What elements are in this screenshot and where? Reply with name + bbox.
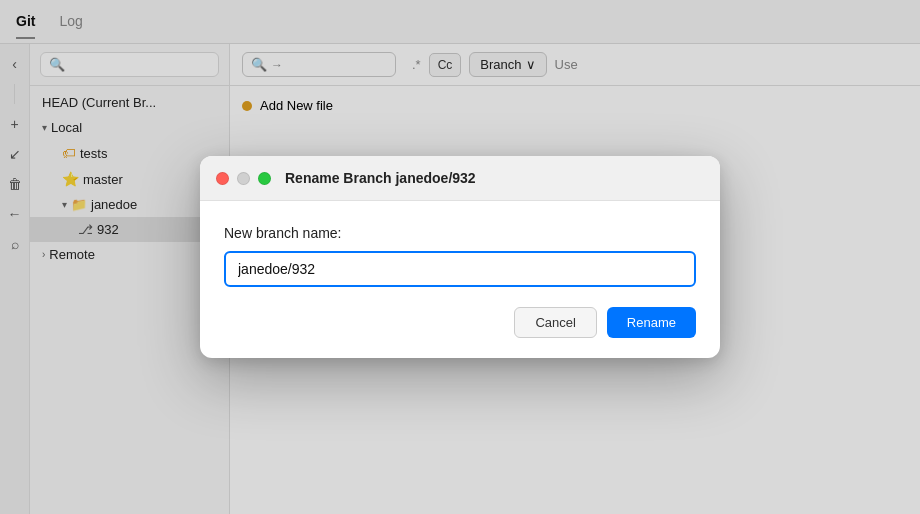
- dialog-titlebar: Rename Branch janedoe/932: [200, 156, 720, 201]
- cancel-button[interactable]: Cancel: [514, 307, 596, 338]
- branch-name-label: New branch name:: [224, 225, 696, 241]
- modal-backdrop: Rename Branch janedoe/932 New branch nam…: [0, 0, 920, 514]
- app-window: Git Log ‹ + ↙ 🗑 ← ⌕: [0, 0, 920, 514]
- traffic-light-yellow[interactable]: [237, 172, 250, 185]
- rename-branch-dialog: Rename Branch janedoe/932 New branch nam…: [200, 156, 720, 358]
- dialog-title: Rename Branch janedoe/932: [285, 170, 476, 186]
- dialog-footer: Cancel Rename: [200, 307, 720, 358]
- branch-name-input[interactable]: [224, 251, 696, 287]
- traffic-light-red[interactable]: [216, 172, 229, 185]
- dialog-body: New branch name:: [200, 201, 720, 307]
- traffic-light-green[interactable]: [258, 172, 271, 185]
- rename-button[interactable]: Rename: [607, 307, 696, 338]
